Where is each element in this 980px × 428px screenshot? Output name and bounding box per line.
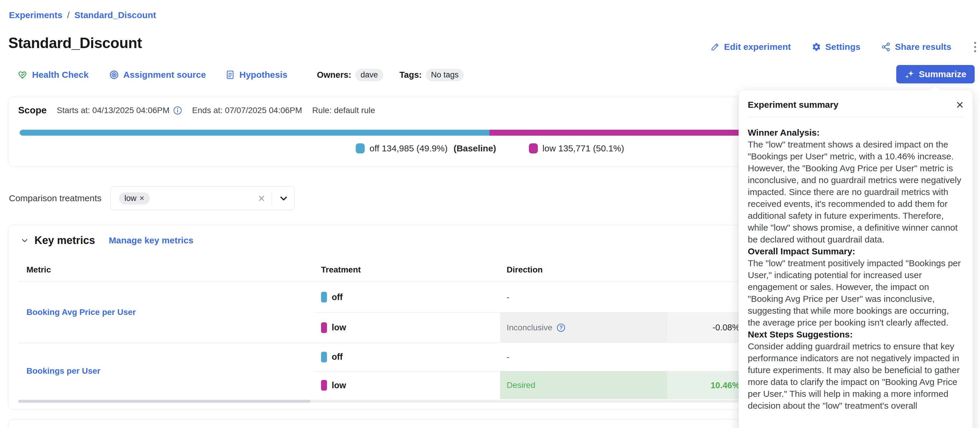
more-options-kebab-icon[interactable] (972, 41, 978, 54)
treatment-swatch-low (321, 380, 327, 391)
settings-label: Settings (825, 42, 860, 52)
tags-group: Tags: No tags (399, 68, 464, 82)
legend-text-off: off 134,985 (49.9%) (369, 143, 447, 154)
scope-title: Scope (18, 105, 47, 116)
metric-link-bookings-per-user[interactable]: Bookings per User (26, 366, 100, 376)
target-icon (109, 70, 119, 80)
legend-marker-off (356, 143, 365, 154)
allocation-segment-off (20, 130, 489, 136)
treatment-name: low (332, 323, 346, 333)
sparkles-icon (905, 69, 915, 79)
section-heading: Next Steps Suggestions: (748, 330, 853, 339)
direction-value: Inconclusive (507, 323, 552, 333)
legend-item-off: off 134,985 (49.9%) (Baseline) (356, 143, 496, 154)
share-results-label: Share results (895, 42, 951, 52)
hypothesis-link[interactable]: Hypothesis (225, 68, 288, 82)
section-heading: Winner Analysis: (748, 128, 819, 138)
chevron-down-icon[interactable] (278, 193, 289, 204)
page-title: Standard_Discount (8, 35, 142, 52)
treatment-name: off (332, 352, 343, 362)
comparison-treatments-select[interactable]: low × × (110, 186, 294, 210)
summarize-label: Summarize (919, 69, 966, 79)
health-check-link[interactable]: Health Check (18, 68, 89, 82)
breadcrumb-experiments[interactable]: Experiments (9, 10, 62, 20)
direction-value: - (507, 292, 509, 302)
section-body: The "low" treatment positively impacted … (748, 258, 961, 327)
section-body: The "low" treatment shows a desired impa… (748, 139, 961, 244)
meta-bar: Health Check Assignment source Hypothesi… (0, 68, 980, 82)
breadcrumb-current[interactable]: Standard_Discount (74, 10, 156, 20)
treatment-chip-low[interactable]: low × (119, 192, 150, 204)
close-icon[interactable]: × (956, 100, 964, 110)
health-check-label: Health Check (32, 70, 89, 80)
comparison-treatments-row: Comparison treatments low × × (0, 186, 737, 210)
assignment-source-link[interactable]: Assignment source (109, 68, 206, 82)
treatment-chip-label: low (124, 194, 137, 203)
edit-experiment-button[interactable]: Edit experiment (710, 42, 791, 52)
pencil-icon (710, 42, 720, 52)
collapse-chevron-icon[interactable] (20, 236, 29, 245)
owners-label: Owners: (317, 70, 351, 80)
manage-key-metrics-link[interactable]: Manage key metrics (109, 235, 193, 246)
treatment-swatch-low (321, 322, 327, 333)
assignment-source-label: Assignment source (123, 70, 206, 80)
header-actions: Edit experiment Settings Share results (710, 41, 978, 53)
document-icon (225, 70, 235, 80)
panel-title: Experiment summary (748, 100, 838, 110)
direction-value: Desired (507, 380, 535, 390)
treatment-name: low (332, 380, 346, 390)
breadcrumb-separator: / (67, 10, 70, 20)
delta-value: 10.46% (711, 380, 740, 390)
treatment-name: off (332, 292, 343, 302)
legend-baseline-tag: (Baseline) (453, 143, 496, 154)
summarize-button[interactable]: Summarize (896, 65, 975, 83)
tags-label: Tags: (399, 70, 422, 80)
breadcrumb: Experiments / Standard_Discount (9, 10, 156, 20)
gear-icon (811, 42, 821, 52)
section-body: Consider adding guardrail metrics to ens… (748, 341, 960, 411)
section-heading: Overall Impact Summary: (748, 246, 855, 256)
panel-body: Winner Analysis: The "low" treatment sho… (739, 117, 972, 423)
comparison-treatments-label: Comparison treatments (9, 193, 102, 203)
treatment-swatch-off (321, 352, 327, 362)
scope-ends: Ends at: 07/07/2025 04:06PM (192, 106, 302, 115)
hypothesis-label: Hypothesis (239, 70, 288, 80)
column-header-direction: Direction (500, 265, 667, 274)
treatment-swatch-off (321, 292, 327, 303)
key-metrics-header: Key metrics Manage key metrics (20, 234, 193, 247)
owners-group: Owners: dave (317, 68, 383, 82)
info-icon[interactable] (173, 106, 182, 115)
edit-experiment-label: Edit experiment (724, 42, 791, 52)
column-header-metric: Metric (18, 265, 314, 274)
scope-row: Scope Starts at: 04/13/2025 04:06PM Ends… (18, 105, 375, 116)
question-circle-icon[interactable]: ? (557, 323, 565, 332)
select-divider (271, 192, 272, 205)
settings-button[interactable]: Settings (811, 42, 860, 52)
owner-pill[interactable]: dave (355, 69, 383, 81)
scope-rule: Rule: default rule (312, 106, 375, 115)
share-results-button[interactable]: Share results (881, 42, 951, 52)
direction-value: - (507, 352, 509, 362)
metric-link-booking-avg-price[interactable]: Booking Avg Price per User (26, 308, 136, 317)
experiment-summary-panel: Experiment summary × Winner Analysis: Th… (738, 90, 973, 428)
select-clear-icon[interactable]: × (258, 192, 265, 204)
key-metrics-title: Key metrics (35, 234, 95, 247)
scrollbar-thumb[interactable] (18, 400, 311, 403)
chip-remove-icon[interactable]: × (140, 194, 144, 203)
heart-check-icon (18, 70, 28, 80)
svg-text:?: ? (560, 325, 563, 331)
legend-item-low: low 135,771 (50.1%) (529, 143, 624, 154)
share-icon (881, 42, 891, 52)
scope-starts: Starts at: 04/13/2025 04:06PM (57, 106, 182, 115)
tags-pill[interactable]: No tags (426, 69, 464, 81)
legend-marker-low (529, 143, 538, 154)
legend-text-low: low 135,771 (50.1%) (542, 143, 624, 154)
delta-value: -0.08% (713, 323, 740, 333)
column-header-treatment: Treatment (314, 265, 500, 274)
